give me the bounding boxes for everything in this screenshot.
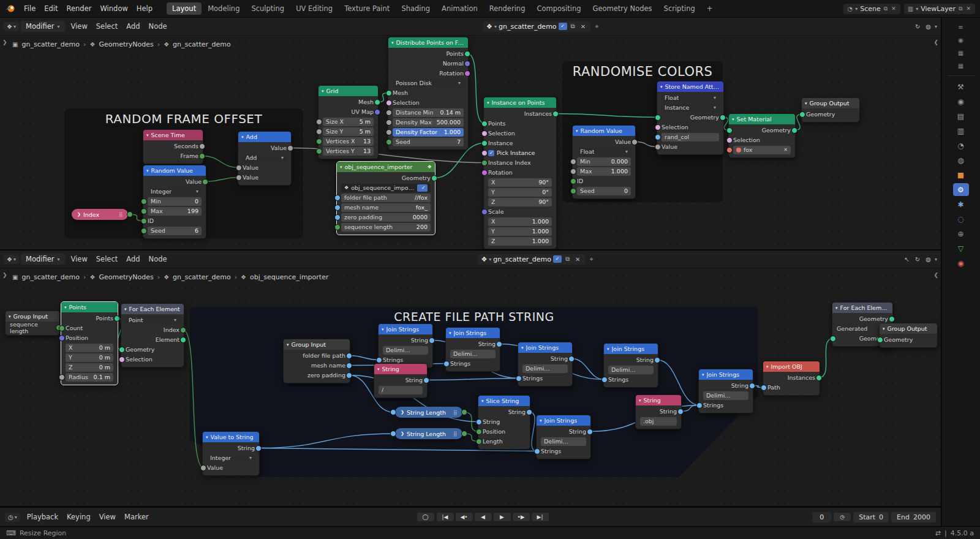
workspace-tab-geometry-nodes[interactable]: Geometry Nodes <box>587 2 658 15</box>
workspace-tab-shading[interactable]: Shading <box>396 2 435 15</box>
value-field[interactable]: Y1.000 <box>488 227 552 236</box>
input-socket[interactable] <box>761 385 767 391</box>
header-menu-select[interactable]: Select <box>92 21 122 32</box>
output-socket[interactable] <box>202 179 208 185</box>
close-icon[interactable]: ✕ <box>965 6 971 12</box>
node-row[interactable]: .obj <box>638 417 679 426</box>
output-socket[interactable] <box>199 153 205 159</box>
output-socket[interactable] <box>114 315 120 322</box>
breadcrumb-item[interactable]: GeometryNodes <box>99 273 153 281</box>
workspace-tab-animation[interactable]: Animation <box>436 2 483 15</box>
toolbar-toggle-icon[interactable]: ❯ <box>2 39 7 45</box>
value-field[interactable]: X1.000 <box>488 217 552 226</box>
collapse-icon[interactable]: ▾ <box>576 129 578 134</box>
fake-user-toggle[interactable]: ✓ <box>417 184 428 192</box>
value-field[interactable]: Z0 m <box>66 363 113 372</box>
output-socket[interactable] <box>255 445 262 451</box>
pin-icon[interactable]: ⌖ <box>587 255 595 263</box>
input-socket[interactable] <box>141 228 147 234</box>
output-socket[interactable] <box>720 115 726 121</box>
select-field[interactable]: Add▾ <box>243 154 287 162</box>
input-socket[interactable] <box>334 214 341 221</box>
copy-icon[interactable]: ⧉ <box>564 255 571 263</box>
node-row[interactable]: Z1.000 <box>486 236 554 246</box>
input-socket[interactable] <box>481 170 488 176</box>
copy-icon[interactable]: ⧉ <box>569 23 577 30</box>
workspace-tab-plus[interactable]: + <box>701 2 718 15</box>
node-header[interactable]: ▾Group Output <box>802 98 859 108</box>
input-socket[interactable] <box>316 148 322 154</box>
value-field[interactable]: Size Y5 m <box>323 127 374 136</box>
input-socket[interactable] <box>390 431 396 437</box>
modifier-icon[interactable]: ⚙ <box>953 183 969 196</box>
render-icon[interactable]: ◉ <box>953 95 969 108</box>
node-header[interactable]: ▾Group Input <box>6 311 59 322</box>
node-points2[interactable]: ▾PointsPointsCountPositionX0 mY0 mZ0 mRa… <box>61 301 118 385</box>
output-socket[interactable] <box>374 109 380 115</box>
node-canvas-bottom[interactable]: ▣gn_scatter_demo›❖GeometryNodes›❖gn_scat… <box>0 268 941 506</box>
breadcrumb-item[interactable]: gn_scatter_demo <box>21 40 80 48</box>
node-header[interactable]: ▾Group Input <box>284 339 350 350</box>
node-row[interactable]: Density Max500.000 <box>391 118 466 127</box>
node-row[interactable]: Delimi… <box>448 349 497 358</box>
node-row[interactable]: Delimi… <box>701 391 750 400</box>
node-instance_on_points[interactable]: ▾Instance on PointsInstancesPointsSelect… <box>483 97 557 249</box>
value-field[interactable]: Vertices Y13 <box>323 147 374 156</box>
node-row[interactable]: ✓Pick Instance <box>486 148 554 157</box>
input-socket[interactable] <box>726 137 733 143</box>
node-add1[interactable]: ▾AddValueAdd▾ValueValue <box>238 131 292 186</box>
breadcrumb-item[interactable]: gn_scatter_demo <box>173 40 231 48</box>
collapse-icon[interactable]: ▾ <box>835 306 838 311</box>
input-socket[interactable] <box>570 178 576 184</box>
output-socket[interactable] <box>461 431 467 437</box>
value-field[interactable]: / <box>379 386 423 394</box>
collapse-icon[interactable]: ▾ <box>146 133 149 138</box>
node-header[interactable]: ▾obj_sequence_importer❖ <box>337 162 435 172</box>
node-row[interactable]: Seed6 <box>146 226 203 235</box>
node-index_pill[interactable]: ❯Index⣿ <box>72 209 128 220</box>
timeline-menu-marker[interactable]: Marker <box>120 511 153 522</box>
input-socket[interactable] <box>830 336 836 342</box>
node-group-selector[interactable]: ❖ ▾ gn_scatter_demo ✓ ⧉ ✕ <box>483 21 590 32</box>
value-field[interactable]: sequence length200 <box>341 223 431 232</box>
input-socket[interactable] <box>726 147 733 153</box>
node-foreach_left[interactable]: ▾For Each ElementPoint▾IndexElementGeome… <box>121 303 184 368</box>
value-field[interactable]: Delimi… <box>522 364 568 373</box>
node-grid[interactable]: ▾GridMeshUV MapSize X5 mSize Y5 mVertice… <box>318 85 379 159</box>
toolbar-toggle-icon[interactable]: ❯ <box>2 272 7 278</box>
value-field[interactable]: Z90° <box>488 198 552 206</box>
scene-selector[interactable]: ◔ ▾ Scene ⧉ ✕ <box>843 4 900 14</box>
collapse-icon[interactable]: ▾ <box>241 135 244 140</box>
menu-help[interactable]: Help <box>132 3 157 14</box>
output-socket[interactable] <box>127 211 133 217</box>
node-row[interactable]: Min0 <box>146 197 203 206</box>
value-field[interactable]: Delimi… <box>450 350 496 358</box>
node-group-selector[interactable]: ❖ ▾ gn_scatter_demo ✓ ⧉ ✕ <box>478 254 585 265</box>
node-len2[interactable]: ❯String Length⣿ <box>395 428 462 439</box>
network-icon[interactable]: ⇄ <box>935 529 941 537</box>
viewlayer-selector[interactable]: ▥ ▾ ViewLayer ⧉ ✕ <box>904 4 975 14</box>
image2-icon[interactable]: ▦ <box>954 60 968 71</box>
node-row[interactable]: Density Factor1.000 <box>391 127 466 137</box>
node-row[interactable]: Point▾ <box>124 315 181 325</box>
node-header[interactable]: ▾String <box>374 364 427 374</box>
input-socket[interactable] <box>726 127 733 134</box>
frame-end-field[interactable]: End 2000 <box>891 512 936 522</box>
value-field[interactable]: mesh namefox_ <box>341 203 431 212</box>
node-header[interactable]: ▾Instance on Points <box>484 97 556 108</box>
node-row[interactable]: Poisson Disk▾ <box>391 78 466 88</box>
mode-dropdown[interactable]: Modifier ▾ <box>21 254 65 265</box>
node-row[interactable]: Seed0 <box>575 186 633 195</box>
output-socket[interactable] <box>816 375 822 381</box>
editor-type-button[interactable]: ❖ ▾ <box>4 255 19 264</box>
node-row[interactable]: Integer▾ <box>146 187 203 196</box>
input-socket[interactable] <box>481 209 488 215</box>
node-row[interactable]: Size X5 m <box>321 117 375 126</box>
go-to-parent-icon[interactable]: ↖ <box>902 256 911 263</box>
node-row[interactable]: mesh namefox_ <box>339 203 432 212</box>
input-socket[interactable] <box>386 100 392 106</box>
value-field[interactable]: Z1.000 <box>488 237 552 246</box>
select-field[interactable]: Poisson Disk▾ <box>393 79 464 88</box>
output-socket[interactable] <box>587 429 593 435</box>
input-socket[interactable] <box>200 465 206 471</box>
